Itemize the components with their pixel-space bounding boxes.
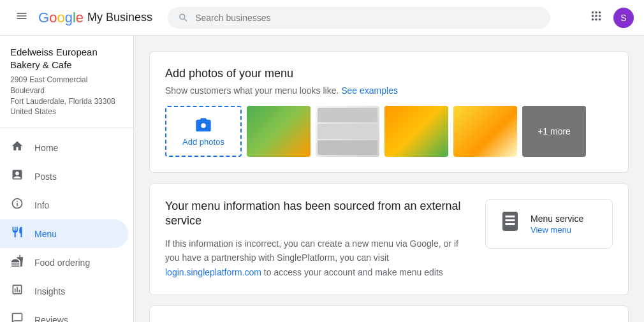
photos-card: Add photos of your menu Show customers w… — [149, 51, 629, 173]
content-area: Add photos of your menu Show customers w… — [134, 36, 644, 322]
view-menu-link[interactable]: View menu — [531, 225, 583, 235]
menu-service-box: Menu service View menu — [485, 199, 613, 249]
reviews-icon — [10, 312, 24, 322]
header-right: S — [589, 8, 634, 28]
business-address: 2909 East Commercial Boulevard Fort Laud… — [10, 75, 123, 117]
apps-icon[interactable] — [589, 9, 603, 26]
photo-thumb-3 — [384, 106, 448, 157]
search-input[interactable] — [195, 13, 540, 23]
posts-icon — [10, 168, 24, 184]
photo-thumb-1 — [247, 106, 311, 157]
photos-card-subtitle: Show customers what your menu looks like… — [165, 85, 613, 96]
camera-icon — [194, 117, 212, 135]
hamburger-icon[interactable] — [10, 4, 33, 31]
avatar[interactable]: S — [613, 8, 634, 28]
photo-thumb-4 — [453, 106, 517, 157]
menu-service-info: Menu service View menu — [531, 214, 583, 235]
business-info: Edelweiss European Bakery & Cafe 2909 Ea… — [0, 46, 133, 128]
insights-icon — [10, 283, 24, 299]
singleplatform-link[interactable]: login.singleplatform.com — [165, 267, 261, 277]
manage-menu-card: Manage your menu with Google Create and … — [149, 305, 629, 322]
info-icon — [10, 197, 24, 213]
sidebar-item-home[interactable]: Home — [0, 133, 128, 162]
external-text: Your menu information has been sourced f… — [165, 199, 470, 279]
external-card-inner: Your menu information has been sourced f… — [165, 199, 613, 279]
search-icon — [178, 12, 189, 24]
menu-book-icon — [499, 210, 522, 238]
menu-service-label: Menu service — [531, 214, 583, 224]
google-logo: Google My Business — [38, 10, 152, 26]
brand-text: My Business — [87, 11, 152, 24]
sidebar-item-food-ordering[interactable]: Food ordering — [0, 248, 128, 277]
header: Google My Business S — [0, 0, 644, 36]
food-ordering-icon — [10, 254, 24, 270]
home-icon — [10, 140, 24, 156]
sidebar-item-insights[interactable]: Insights — [0, 277, 128, 305]
sidebar-item-posts[interactable]: Posts — [0, 162, 128, 191]
search-bar — [168, 7, 550, 29]
photo-thumb-2 — [316, 106, 379, 157]
external-card-title: Your menu information has been sourced f… — [165, 199, 470, 229]
photos-row: Add photos +1 more — [165, 106, 613, 157]
photos-card-title: Add photos of your menu — [165, 67, 613, 80]
external-card-body: If this information is incorrect, you ca… — [165, 237, 470, 279]
external-service-card: Your menu information has been sourced f… — [149, 183, 629, 295]
sidebar: Edelweiss European Bakery & Cafe 2909 Ea… — [0, 36, 134, 322]
sidebar-item-reviews[interactable]: Reviews — [0, 305, 128, 322]
menu-icon — [10, 226, 24, 242]
header-left: Google My Business — [10, 4, 152, 31]
sidebar-item-info[interactable]: Info — [0, 191, 128, 219]
sidebar-item-menu[interactable]: Menu — [0, 219, 128, 248]
nav-items: Home Posts Info Menu — [0, 133, 133, 322]
add-photos-button[interactable]: Add photos — [165, 106, 242, 157]
business-name: Edelweiss European Bakery & Cafe — [10, 46, 123, 71]
see-examples-link[interactable]: See examples — [341, 85, 398, 96]
photo-more: +1 more — [522, 106, 586, 157]
main-layout: Edelweiss European Bakery & Cafe 2909 Ea… — [0, 36, 644, 322]
